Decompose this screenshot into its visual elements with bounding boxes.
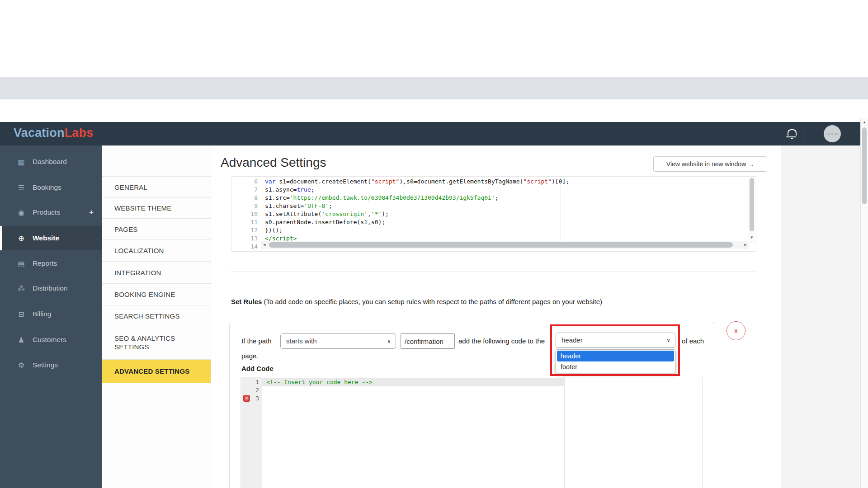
rule-text-of-each: of each <box>682 337 704 345</box>
browser-toolbar: ← → ↻ app.vacationlabs.com/admin/website… <box>0 99 868 118</box>
code-line: })(); <box>265 226 283 235</box>
line-number: 14 <box>231 243 258 251</box>
editor-vertical-scrollbar[interactable]: ▼ <box>748 177 756 244</box>
rule-text-page: page. <box>241 352 259 360</box>
placement-dropdown-list: header footer <box>556 349 675 373</box>
website-settings-submenu: GENERAL WEBSITE THEME PAGES LOCALIZATION… <box>102 145 211 488</box>
placement-value: header <box>561 336 583 344</box>
person-icon: ♟ <box>16 336 26 344</box>
page-scrollbar[interactable]: ▲ <box>860 118 868 488</box>
gear-icon: ⚙ <box>16 361 26 370</box>
submenu-item-seo-analytics[interactable]: SEO & ANALYTICS SETTINGS <box>102 327 211 359</box>
line-number: 13 <box>231 235 258 243</box>
vertical-scroll-thumb[interactable] <box>750 178 754 231</box>
add-product-icon[interactable]: + <box>89 208 94 217</box>
page-right-gutter <box>781 145 860 488</box>
globe-icon: ⊕ <box>16 234 26 243</box>
user-avatar[interactable]: 30 x 30 <box>824 125 841 142</box>
sidebar-item-reports[interactable]: ▤ Reports <box>0 253 102 274</box>
header-code-editor[interactable]: 6 7 8 9 10 11 12 13 14 var s1=document.c… <box>231 176 756 252</box>
line-number: 2 <box>241 386 259 394</box>
line-number: 7 <box>231 186 258 194</box>
rule-text-add-code: add the following code to the <box>458 337 545 345</box>
code-comment-line: <!-- Insert your code here --> <box>266 378 373 386</box>
line-number: 1 <box>241 378 259 386</box>
scroll-up-icon[interactable]: ▲ <box>861 120 868 124</box>
code-line: s1.async=true; <box>265 186 315 194</box>
path-input[interactable] <box>401 333 455 349</box>
sidebar-item-billing[interactable]: ⊟ Billing <box>0 303 102 325</box>
section-divider <box>231 271 756 272</box>
main-content: Advanced Settings View website in new wi… <box>211 145 781 488</box>
line-number: 8 <box>231 194 258 202</box>
lint-error-icon: × <box>243 395 250 402</box>
set-rules-label: Set Rules <box>231 298 262 305</box>
add-code-label: Add Code <box>241 365 274 372</box>
header-divider <box>803 124 803 144</box>
placement-select[interactable]: header ∨ <box>556 333 675 348</box>
sidebar-item-customers[interactable]: ♟ Customers <box>0 329 102 351</box>
view-website-button[interactable]: View website in new window → <box>653 156 767 172</box>
report-icon: ▤ <box>16 259 26 268</box>
submenu-item-integration[interactable]: INTEGRATION <box>102 261 211 283</box>
sidebar-item-distribution[interactable]: ⁂ Distribution <box>0 277 102 299</box>
code-line: s1.charset='UTF-8'; <box>265 202 332 210</box>
add-code-editor[interactable]: 1 2 3 <!-- Insert your code here --> × <box>241 377 703 488</box>
sidebar-item-dashboard[interactable]: ▦ Dashboard <box>0 151 102 173</box>
editor-ruler <box>561 177 561 251</box>
remove-rule-button[interactable]: x <box>726 321 745 340</box>
sidebar-item-bookings[interactable]: ☰ Bookings <box>0 177 102 198</box>
scroll-left-icon[interactable]: ◀ <box>261 241 268 249</box>
editor-horizontal-scrollbar[interactable]: ◀ ▶ <box>261 241 749 249</box>
submenu-item-advanced-settings[interactable]: ADVANCED SETTINGS <box>102 359 211 383</box>
line-number: 9 <box>231 202 258 210</box>
set-rules-text: Set Rules (To add code on specific place… <box>231 298 602 305</box>
bulb-icon: ◉ <box>16 208 26 217</box>
submenu-item-search-settings[interactable]: SEARCH SETTINGS <box>102 305 211 327</box>
code-line: s1.setAttribute('crossorigin','*'); <box>265 210 389 218</box>
path-match-select[interactable]: starts with ∨ <box>280 333 396 349</box>
path-match-value: starts with <box>286 337 317 345</box>
rule-text-if-the-path: If the path <box>241 337 272 345</box>
people-icon: ⁂ <box>16 284 26 293</box>
sidebar-item-settings[interactable]: ⚙ Settings <box>0 354 102 376</box>
submenu-item-booking-engine[interactable]: BOOKING ENGINE <box>102 283 211 305</box>
set-rules-description: (To add code on specific places, you can… <box>262 298 602 305</box>
list-icon: ☰ <box>16 183 26 192</box>
submenu-item-website-theme[interactable]: WEBSITE THEME <box>102 197 211 218</box>
editor-ruler <box>564 377 565 488</box>
line-number: 6 <box>231 178 258 186</box>
notifications-bell-icon[interactable] <box>788 129 797 136</box>
page-scroll-thumb[interactable] <box>862 127 867 204</box>
line-number: 12 <box>231 226 258 235</box>
horizontal-scroll-thumb[interactable] <box>269 242 733 248</box>
calendar-icon: ▦ <box>16 158 26 166</box>
screen: VacationLabs - Online bookings f × Parth… <box>0 0 868 488</box>
line-number: 11 <box>231 218 258 226</box>
code-line: var s1=document.createElement("script"),… <box>265 178 569 186</box>
scroll-down-icon[interactable]: ▼ <box>748 235 755 239</box>
sidebar-nav: ▦ Dashboard ☰ Bookings ◉ Products + ⊕ We… <box>0 145 102 488</box>
sidebar-item-products[interactable]: ◉ Products + <box>0 202 102 223</box>
code-line: s1.src='https://embed.tawk.to/63984f34b0… <box>265 194 499 202</box>
browser-tab-strip: VacationLabs - Online bookings f × Parth… <box>0 77 868 99</box>
sidebar-item-website[interactable]: ⊕ Website <box>0 226 104 250</box>
line-number: 10 <box>231 210 258 218</box>
placement-option-footer[interactable]: footer <box>557 361 674 372</box>
vacationlabs-logo[interactable]: VacationLabs <box>14 126 93 140</box>
app-header: VacationLabs <box>0 122 860 145</box>
chevron-down-icon: ∨ <box>387 334 391 348</box>
submenu-item-pages[interactable]: PAGES <box>102 218 211 239</box>
banknote-icon: ⊟ <box>16 310 26 319</box>
placement-option-header[interactable]: header <box>557 351 674 361</box>
code-line: s0.parentNode.insertBefore(s1,s0); <box>265 218 385 226</box>
submenu-item-localization[interactable]: LOCALIZATION <box>102 239 211 261</box>
chevron-down-icon: ∨ <box>666 333 670 347</box>
page-title: Advanced Settings <box>221 155 326 170</box>
submenu-item-general[interactable]: GENERAL <box>102 176 211 197</box>
